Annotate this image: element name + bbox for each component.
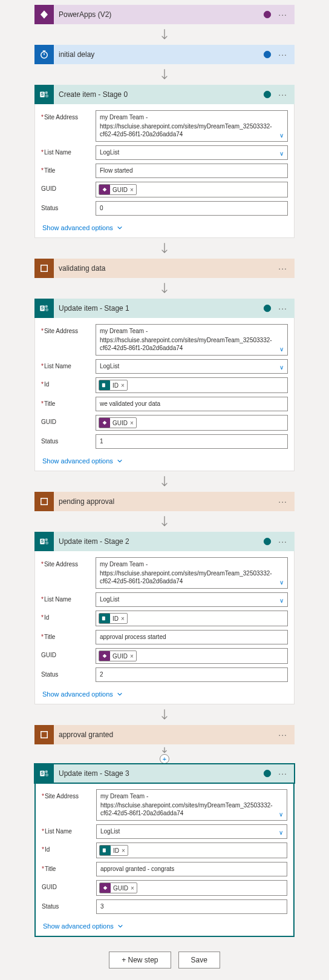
show-advanced-link[interactable]: Show advanced options (41, 219, 288, 233)
status-input[interactable]: 0 (96, 201, 288, 216)
label-status: Status (42, 899, 96, 910)
title-input[interactable]: Flow started (96, 164, 288, 178)
guid-input[interactable]: GUID × (96, 415, 288, 431)
help-icon[interactable]: ? (262, 537, 272, 546)
guid-input[interactable]: GUID × (96, 880, 287, 896)
chevron-down-icon[interactable]: ∨ (279, 132, 284, 139)
card-header[interactable]: S Update item - Stage 1 ? ··· (34, 299, 295, 318)
id-input[interactable]: ID × (96, 377, 288, 393)
label-list-name: List Name (41, 592, 96, 603)
list-name-input[interactable]: LogList ∨ (96, 824, 287, 839)
step-menu[interactable]: ··· (276, 50, 290, 59)
remove-token-icon[interactable]: × (130, 187, 134, 193)
dynamic-token-guid[interactable]: GUID × (99, 417, 137, 428)
card-title: Update item - Stage 2 (54, 537, 262, 546)
step-menu[interactable]: ··· (276, 10, 290, 19)
help-icon[interactable]: ? (262, 90, 272, 99)
status-input[interactable]: 3 (96, 899, 287, 914)
chevron-down-icon[interactable]: ∨ (279, 346, 284, 353)
title-input[interactable]: we validated your data (96, 397, 288, 411)
chevron-down-icon[interactable]: ∨ (279, 811, 283, 818)
status-input[interactable]: 1 (96, 434, 288, 449)
label-title: Title (41, 630, 96, 640)
sharepoint-token-icon (99, 380, 110, 390)
card-header[interactable]: S Update item - Stage 2 ? ··· (34, 532, 295, 551)
remove-token-icon[interactable]: × (130, 653, 134, 660)
dynamic-token-id[interactable]: ID × (99, 613, 128, 624)
step-menu[interactable]: ··· (276, 537, 290, 546)
remove-token-icon[interactable]: × (121, 615, 125, 622)
dynamic-token-guid[interactable]: GUID × (99, 651, 137, 661)
label-status: Status (41, 667, 96, 678)
help-icon[interactable]: ? (262, 303, 272, 313)
card-header[interactable]: S Create item - Stage 0 ? ··· (34, 85, 295, 104)
step-menu[interactable]: ··· (276, 303, 290, 313)
scope-icon (34, 725, 54, 744)
chevron-down-icon[interactable]: ∨ (279, 597, 284, 604)
sharepoint-card: S Update item - Stage 1 ? ··· Site Addre… (34, 299, 295, 471)
dynamic-token-guid[interactable]: GUID × (99, 882, 137, 893)
scope-step[interactable]: validating data ··· (34, 259, 295, 278)
site-address-input[interactable]: my Dream Team - https://hscluise.sharepo… (96, 557, 288, 589)
guid-input[interactable]: GUID × (96, 182, 288, 197)
remove-token-icon[interactable]: × (122, 847, 125, 854)
svg-point-30 (45, 770, 48, 773)
step-menu[interactable]: ··· (276, 90, 290, 99)
show-advanced-link[interactable]: Show advanced options (41, 452, 288, 466)
insert-step-button[interactable]: + (0, 754, 329, 764)
chevron-down-icon[interactable]: ∨ (279, 364, 284, 371)
step-menu[interactable]: ··· (276, 263, 290, 273)
sharepoint-token-icon (100, 846, 111, 855)
title-input[interactable]: approval granted - congrats (96, 862, 287, 876)
svg-rect-18 (102, 383, 105, 388)
id-input[interactable]: ID × (96, 611, 288, 626)
step-menu[interactable]: ··· (276, 497, 290, 506)
site-address-input[interactable]: my Dream Team - https://hscluise.sharepo… (96, 789, 287, 821)
show-advanced-link[interactable]: Show advanced options (42, 918, 287, 931)
sharepoint-token-icon (99, 614, 110, 623)
label-guid: GUID (41, 415, 96, 425)
arrow-icon (0, 24, 329, 45)
remove-token-icon[interactable]: × (121, 382, 125, 389)
card-header[interactable]: S Update item - Stage 3 ? ··· (34, 764, 295, 783)
save-button[interactable]: Save (178, 952, 220, 968)
help-icon[interactable]: ? (262, 50, 272, 59)
id-input[interactable]: ID × (96, 843, 287, 858)
step-menu[interactable]: ··· (276, 769, 290, 778)
list-name-input[interactable]: LogList ∨ (96, 592, 288, 607)
dynamic-token-id[interactable]: ID × (99, 380, 128, 391)
svg-point-7 (45, 91, 48, 94)
step-menu[interactable]: ··· (276, 730, 290, 740)
dynamic-token-id[interactable]: ID × (99, 845, 128, 856)
list-name-input[interactable]: LogList ∨ (96, 359, 288, 374)
site-address-input[interactable]: my Dream Team - https://hscluise.sharepo… (96, 110, 288, 142)
dynamic-token-guid[interactable]: GUID × (99, 184, 137, 195)
list-name-input[interactable]: LogList ∨ (96, 145, 288, 160)
remove-token-icon[interactable]: × (131, 885, 134, 892)
step-delay[interactable]: initial delay ? ··· (34, 45, 295, 64)
svg-point-22 (45, 538, 48, 541)
guid-input[interactable]: GUID × (96, 648, 288, 664)
label-status: Status (41, 434, 96, 445)
label-guid: GUID (41, 648, 96, 658)
svg-rect-26 (102, 617, 105, 621)
site-address-input[interactable]: my Dream Team - https://hscluise.sharepo… (96, 324, 288, 356)
new-step-button[interactable]: + New step (109, 952, 171, 968)
scope-step[interactable]: pending approval ··· (34, 492, 295, 511)
chevron-down-icon[interactable]: ∨ (279, 150, 284, 157)
label-site-address: Site Address (41, 110, 96, 121)
remove-token-icon[interactable]: × (130, 420, 134, 426)
sharepoint-card: S Create item - Stage 0 ? ··· Site Addre… (34, 85, 295, 238)
label-guid: GUID (41, 182, 96, 192)
step-powerapps[interactable]: PowerApps (V2) ? ··· (34, 5, 295, 24)
chevron-down-icon[interactable]: ∨ (279, 829, 283, 836)
show-advanced-link[interactable]: Show advanced options (41, 686, 288, 699)
title-input[interactable]: approval process started (96, 630, 288, 644)
help-icon[interactable]: ? (262, 10, 272, 19)
scope-step[interactable]: approval granted ··· (34, 725, 295, 744)
label-title: Title (42, 862, 96, 872)
chevron-down-icon[interactable]: ∨ (279, 579, 284, 586)
powerapps-token-icon (99, 185, 110, 194)
help-icon[interactable]: ? (262, 769, 272, 778)
status-input[interactable]: 2 (96, 667, 288, 682)
